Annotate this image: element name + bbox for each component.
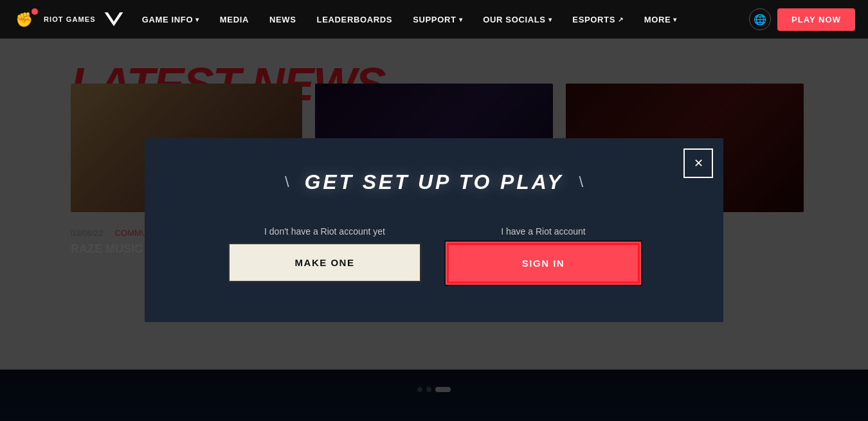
sign-in-button[interactable]: SIGN IN	[447, 243, 640, 283]
navbar: ✊ RIOT GAMES GAME INFO ▾ MEDIA NEWS LEAD…	[0, 0, 868, 39]
dropdown-arrow-game-info: ▾	[195, 16, 199, 23]
svg-point-2	[32, 8, 38, 15]
make-one-button[interactable]: MAKE ONE	[228, 243, 421, 282]
play-now-button[interactable]: PLAY NOW	[777, 8, 855, 31]
dropdown-arrow-support: ▾	[459, 16, 463, 23]
nav-item-media[interactable]: MEDIA	[210, 0, 259, 39]
nav-item-news[interactable]: NEWS	[259, 0, 307, 39]
riot-label-top: RIOT GAMES	[44, 15, 96, 23]
modal-title-decor-left: \	[285, 173, 289, 191]
dropdown-arrow-socials: ▾	[548, 16, 552, 23]
language-selector[interactable]: 🌐	[749, 8, 771, 30]
valorant-logo-icon	[102, 10, 125, 28]
page-background: LATEST NEWS 03/08/22 · COMMUNIT RAZE MUS…	[0, 39, 868, 421]
get-set-up-modal: ✕ \ GET SET UP TO PLAY \ I don't have a …	[145, 138, 723, 322]
nav-item-leaderboards[interactable]: LEADERBOARDS	[307, 0, 403, 39]
nav-items: GAME INFO ▾ MEDIA NEWS LEADERBOARDS SUPP…	[132, 0, 749, 39]
nav-item-game-info[interactable]: GAME INFO ▾	[132, 0, 210, 39]
has-account-label: I have a Riot account	[501, 226, 586, 237]
svg-marker-3	[104, 12, 123, 26]
nav-item-more[interactable]: MORE ▾	[634, 0, 687, 39]
nav-item-esports[interactable]: ESPORTS ↗	[562, 0, 633, 39]
riot-fist-icon: ✊	[13, 6, 39, 32]
globe-icon: 🌐	[754, 13, 766, 26]
modal-title-decor-right: \	[579, 173, 583, 191]
riot-games-logo[interactable]: ✊ RIOT GAMES	[13, 6, 96, 32]
no-account-label: I don't have a Riot account yet	[264, 226, 385, 237]
dropdown-arrow-more: ▾	[673, 16, 677, 23]
has-account-group: I have a Riot account SIGN IN	[447, 226, 640, 283]
modal-overlay: ✕ \ GET SET UP TO PLAY \ I don't have a …	[0, 39, 868, 421]
modal-close-button[interactable]: ✕	[683, 148, 713, 178]
modal-title: GET SET UP TO PLAY	[305, 170, 564, 194]
nav-item-our-socials[interactable]: OUR SOCIALS ▾	[473, 0, 562, 39]
nav-right: 🌐 PLAY NOW	[749, 8, 855, 31]
nav-item-support[interactable]: SUPPORT ▾	[402, 0, 473, 39]
no-account-group: I don't have a Riot account yet MAKE ONE	[228, 226, 421, 283]
external-link-icon: ↗	[618, 16, 624, 23]
svg-text:✊: ✊	[15, 11, 33, 28]
modal-title-wrapper: \ GET SET UP TO PLAY \	[285, 170, 583, 194]
modal-actions: I don't have a Riot account yet MAKE ONE…	[183, 226, 685, 283]
